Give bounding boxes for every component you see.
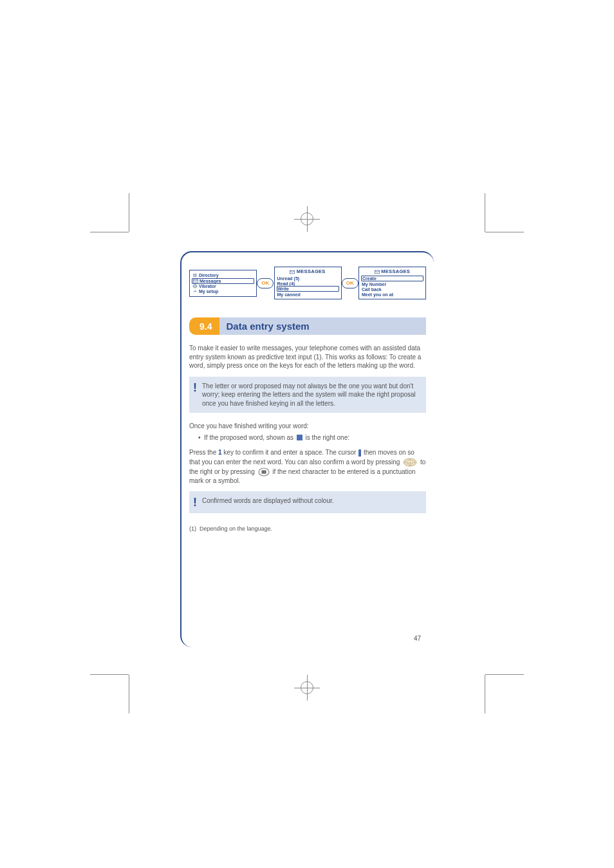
menu-item: My setup — [192, 289, 254, 294]
svg-point-1 — [195, 274, 196, 276]
list-item: Read (4) — [277, 281, 339, 286]
manual-page: Directory Messages Vibrator My setup OK — [180, 251, 434, 647]
envelope-icon — [290, 270, 295, 274]
ok-button-icon: OK — [257, 278, 274, 288]
svg-point-0 — [193, 274, 194, 276]
cursor-icon — [358, 449, 361, 457]
body-paragraph: Once you have finished writing your word… — [189, 422, 426, 431]
menu-item: Directory — [192, 273, 254, 278]
svg-point-12 — [264, 471, 265, 472]
page-number: 47 — [414, 635, 421, 642]
menu-label: Directory — [199, 273, 219, 278]
menu-item: Vibrator — [192, 284, 254, 289]
svg-rect-3 — [194, 285, 196, 288]
info-callout: ! The letter or word proposed may not al… — [189, 377, 426, 413]
body-paragraph: Press the 1 key to confirm it and enter … — [189, 448, 426, 485]
menu-label: Vibrator — [199, 284, 216, 288]
highlighted-word-icon — [297, 435, 302, 440]
phone-screens-row: Directory Messages Vibrator My setup OK — [189, 267, 426, 299]
screen-header: MESSAGES — [359, 267, 425, 275]
menu-item-selected: Messages — [192, 278, 254, 284]
phone-screen-messages-2: MESSAGES Create My Number Call back Meet… — [358, 267, 426, 299]
list-item: Meet you on at — [361, 292, 423, 297]
section-number: 9.4 — [189, 317, 219, 335]
envelope-icon — [375, 270, 380, 274]
ok-button-icon: OK — [342, 278, 358, 288]
section-title: Data entry system — [219, 317, 426, 335]
screen-header: MESSAGES — [275, 267, 341, 275]
section-heading: 9.4 Data entry system — [189, 317, 426, 335]
svg-rect-10 — [261, 470, 266, 473]
info-text: The letter or word proposed may not alwa… — [202, 382, 420, 408]
list-item: My Number — [361, 281, 423, 287]
nav-pad-icon: OK — [403, 457, 417, 467]
exclamation-icon: ! — [193, 382, 197, 408]
menu-label: My setup — [199, 289, 218, 294]
list-item-selected: Write — [277, 286, 339, 292]
info-text: Confirmed words are displayed without co… — [202, 496, 334, 508]
phone-screen-messages-1: MESSAGES Unread (5) Read (4) Write My ca… — [274, 267, 342, 299]
phone-screen-menu: Directory Messages Vibrator My setup — [189, 270, 257, 297]
info-callout: ! Confirmed words are displayed without … — [189, 491, 426, 513]
body-paragraph: • If the proposed word, shown as is the … — [189, 433, 426, 442]
list-item: Unread (5) — [277, 276, 339, 281]
svg-point-11 — [262, 471, 263, 472]
envelope-icon — [193, 279, 198, 283]
exclamation-icon: ! — [193, 496, 197, 508]
people-icon — [192, 273, 198, 278]
body-paragraph: To make it easier to write messages, you… — [189, 344, 426, 370]
list-item-selected: Create — [361, 276, 423, 281]
menu-label: Messages — [200, 279, 221, 283]
list-item: Call back — [361, 287, 423, 292]
footnote: (1) Depending on the language. — [189, 525, 426, 533]
svg-text:OK: OK — [408, 460, 412, 464]
tools-icon — [192, 289, 198, 294]
list-item: My canned — [277, 292, 339, 297]
vibrator-icon — [192, 284, 198, 288]
c-key-icon — [258, 467, 270, 476]
